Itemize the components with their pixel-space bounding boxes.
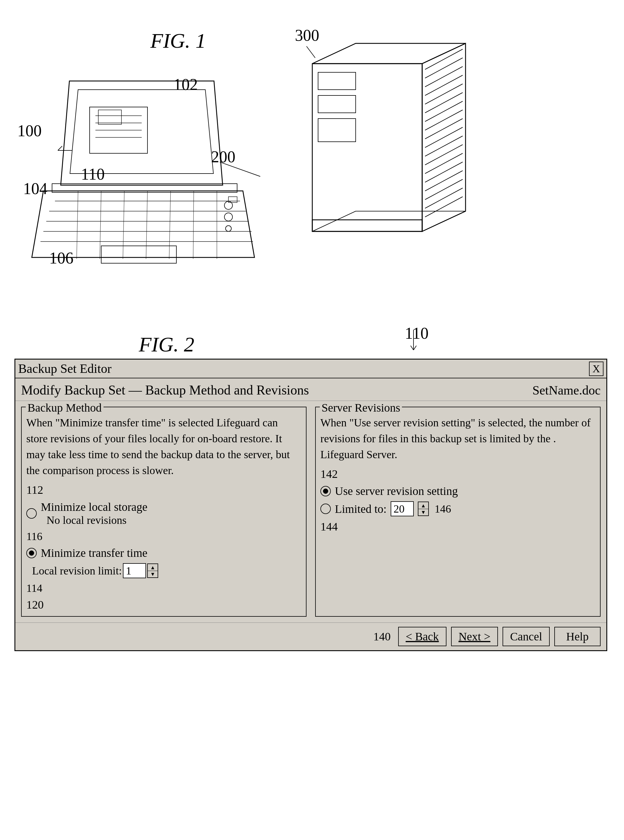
svg-line-27: [220, 162, 260, 176]
radio-limited-label: Limited to:: [335, 502, 387, 516]
server-revisions-legend: Server Revisions: [320, 401, 402, 415]
help-button[interactable]: Help: [554, 627, 601, 646]
svg-rect-6: [318, 119, 356, 142]
radio-minimize-local-label: Minimize local storage: [41, 500, 147, 514]
svg-line-12: [425, 93, 463, 113]
fig1-illustration: [0, 12, 624, 330]
radio-minimize-transfer-label: Minimize transfer time: [41, 546, 147, 560]
fig1-section: FIG. 1 300 100 102 104 106 110 200: [0, 12, 624, 330]
svg-line-20: [425, 162, 463, 182]
svg-line-60: [414, 346, 416, 350]
radio-use-server-label: Use server revision setting: [335, 484, 458, 498]
label-142: 142: [320, 467, 595, 481]
svg-rect-4: [318, 72, 356, 90]
svg-rect-5: [318, 96, 356, 113]
local-revision-limit-row: Local revision limit: 1 ▲ ▼: [32, 563, 301, 578]
label-112: 112: [26, 483, 301, 497]
fig2-label: FIG. 2: [139, 333, 194, 357]
local-revision-up[interactable]: ▲: [148, 564, 158, 571]
svg-line-59: [411, 346, 414, 350]
svg-line-16: [425, 127, 463, 147]
radio-limited-icon[interactable]: [320, 504, 331, 514]
svg-line-19: [425, 153, 463, 173]
dialog-subtitle-row: Modify Backup Set — Backup Method and Re…: [15, 378, 606, 401]
svg-marker-2: [312, 43, 465, 63]
label-144: 144: [320, 520, 338, 533]
label-116-row: 116: [26, 530, 301, 543]
dialog-title: Backup Set Editor: [18, 361, 111, 376]
limited-to-down[interactable]: ▼: [419, 509, 428, 516]
next-button[interactable]: Next >: [451, 627, 498, 646]
label-120: 120: [26, 598, 44, 611]
radio-limited-to-row[interactable]: Limited to: 20 ▲ ▼ 146: [320, 501, 595, 516]
label-140: 140: [373, 630, 391, 643]
dialog-body: Backup Method When "Minimize transfer ti…: [15, 401, 606, 622]
label-114: 114: [26, 582, 43, 594]
label-116: 116: [26, 530, 43, 543]
radio-minimize-local-icon[interactable]: [26, 508, 37, 519]
dialog-footer: 140 < Back Next > Cancel Help: [15, 622, 606, 650]
svg-line-0: [306, 46, 315, 58]
limited-to-spinner[interactable]: ▲ ▼: [418, 501, 429, 516]
svg-marker-28: [61, 81, 222, 185]
svg-point-52: [224, 213, 232, 221]
svg-line-24: [425, 197, 463, 217]
svg-marker-26: [312, 211, 465, 231]
dialog-subtitle: Modify Backup Set — Backup Method and Re…: [21, 382, 309, 398]
svg-line-13: [425, 101, 463, 122]
label-144-row: 144: [320, 520, 595, 534]
svg-line-56: [58, 146, 62, 150]
label-146: 146: [435, 503, 451, 515]
bottom-labels-row: 114: [26, 580, 301, 594]
svg-line-18: [425, 145, 463, 165]
svg-rect-1: [312, 63, 422, 231]
svg-line-15: [425, 119, 463, 139]
svg-line-8: [425, 58, 463, 78]
server-revisions-panel: Server Revisions When "Use server revisi…: [315, 407, 601, 617]
label-120-row: 120: [26, 598, 301, 611]
arrow-110-dialog: [402, 327, 425, 362]
backup-method-description: When "Minimize transfer time" is selecte…: [26, 415, 301, 478]
cancel-button[interactable]: Cancel: [502, 627, 550, 646]
svg-line-17: [425, 136, 463, 156]
radio-use-server-revision[interactable]: Use server revision setting: [320, 484, 595, 498]
limited-to-up[interactable]: ▲: [419, 502, 428, 509]
svg-rect-35: [98, 110, 122, 124]
local-revision-down[interactable]: ▼: [148, 571, 158, 578]
limited-to-input[interactable]: 20: [391, 501, 414, 516]
close-button[interactable]: X: [589, 362, 604, 376]
local-revision-input[interactable]: 1: [123, 563, 146, 578]
radio-minimize-transfer-icon[interactable]: [26, 548, 37, 558]
server-revisions-description: When "Use server revision setting" is se…: [320, 415, 595, 463]
dialog-filename: SetName.doc: [532, 383, 601, 398]
local-revision-limit-label: Local revision limit:: [32, 564, 122, 577]
svg-point-53: [226, 226, 231, 231]
svg-line-21: [425, 171, 463, 191]
svg-rect-25: [312, 220, 422, 231]
radio-minimize-local-sub: No local revisions: [41, 514, 147, 526]
svg-line-10: [425, 75, 463, 96]
radio-use-server-icon[interactable]: [320, 486, 331, 497]
svg-line-23: [425, 188, 463, 208]
svg-line-9: [425, 67, 463, 87]
backup-method-panel: Backup Method When "Minimize transfer ti…: [21, 407, 306, 617]
backup-set-editor-dialog: Backup Set Editor X Modify Backup Set — …: [14, 359, 607, 651]
svg-line-11: [425, 84, 463, 104]
svg-line-22: [425, 179, 463, 200]
svg-rect-50: [101, 246, 176, 263]
svg-line-14: [425, 110, 463, 130]
radio-minimize-local-storage[interactable]: Minimize local storage No local revision…: [26, 500, 301, 526]
backup-method-legend: Backup Method: [26, 401, 103, 415]
radio-minimize-transfer[interactable]: Minimize transfer time: [26, 546, 301, 560]
dialog-titlebar: Backup Set Editor X: [15, 360, 606, 378]
svg-marker-29: [70, 90, 213, 173]
back-button[interactable]: < Back: [398, 627, 446, 646]
local-revision-spinner[interactable]: ▲ ▼: [147, 563, 158, 578]
